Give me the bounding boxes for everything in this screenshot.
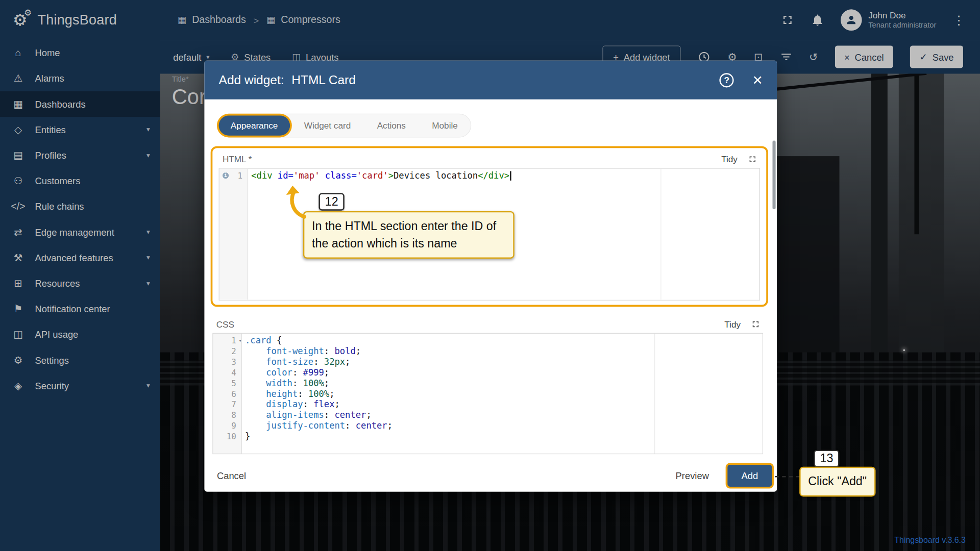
line-number: 9 bbox=[213, 420, 241, 431]
line-number: 7 bbox=[213, 399, 241, 410]
code-line[interactable]: display: flex; bbox=[245, 399, 763, 410]
code-line[interactable]: <div id='map' class='card'>Devices locat… bbox=[251, 170, 760, 181]
tab-appearance[interactable]: Appearance bbox=[219, 116, 290, 136]
text-cursor bbox=[510, 171, 511, 181]
code-line[interactable]: .card { bbox=[245, 336, 763, 346]
css-editor-gutter: 1▾2345678910 bbox=[213, 334, 242, 454]
fold-toggle-icon[interactable]: ▾ bbox=[238, 336, 242, 346]
code-line[interactable]: align-items: center; bbox=[245, 410, 763, 420]
code-line[interactable]: font-size: 32px; bbox=[245, 357, 763, 367]
help-icon: ? bbox=[724, 75, 729, 85]
code-line[interactable]: font-weight: bold; bbox=[245, 346, 763, 357]
css-section: CSS Tidy 1▾2345678910 .card { font-weigh… bbox=[212, 318, 763, 454]
code-line[interactable]: } bbox=[245, 431, 763, 442]
dialog-tabs: AppearanceWidget cardActionsMobile bbox=[217, 114, 472, 138]
dialog-close-button[interactable]: × bbox=[753, 71, 763, 88]
line-number: 6 bbox=[213, 389, 241, 399]
dialog-scrollbar[interactable] bbox=[772, 141, 775, 210]
tab-mobile[interactable]: Mobile bbox=[420, 116, 470, 136]
step-12-arrow bbox=[283, 186, 311, 222]
add-button[interactable]: Add bbox=[728, 464, 772, 486]
step-12-callout: In the HTML section enter the ID of the … bbox=[303, 211, 514, 259]
fullscreen-icon bbox=[751, 319, 761, 330]
code-line[interactable]: justify-content: center; bbox=[245, 420, 763, 431]
code-line[interactable]: width: 100%; bbox=[245, 378, 763, 389]
line-number: 10 bbox=[213, 431, 241, 442]
step-13-connector bbox=[775, 476, 800, 477]
line-number: 3 bbox=[213, 357, 241, 367]
tab-widget-card[interactable]: Widget card bbox=[292, 116, 362, 136]
code-line[interactable]: height: 100%; bbox=[245, 389, 763, 399]
html-editor-gutter: i1 bbox=[219, 169, 248, 300]
dialog-widget-type: HTML Card bbox=[291, 73, 356, 87]
fullscreen-icon bbox=[748, 154, 758, 164]
css-section-label: CSS bbox=[216, 319, 234, 330]
add-widget-dialog: Add widget: HTML Card ? × AppearanceWidg… bbox=[204, 61, 777, 492]
css-editor-code[interactable]: .card { font-weight: bold; font-size: 32… bbox=[242, 334, 763, 454]
line-number: 4 bbox=[213, 367, 241, 378]
code-line[interactable]: color: #999; bbox=[245, 367, 763, 378]
html-tidy-button[interactable]: Tidy bbox=[721, 154, 738, 164]
line-number: 1▾ bbox=[213, 336, 241, 346]
line-number: 2 bbox=[213, 346, 241, 357]
dialog-cancel-button[interactable]: Cancel bbox=[217, 470, 246, 481]
preview-button[interactable]: Preview bbox=[676, 470, 709, 481]
step-13-callout: Click "Add" bbox=[799, 467, 875, 497]
dialog-title: Add widget: bbox=[219, 73, 284, 87]
tab-actions[interactable]: Actions bbox=[365, 116, 418, 136]
css-code-editor[interactable]: 1▾2345678910 .card { font-weight: bold; … bbox=[212, 333, 763, 455]
info-gutter-icon: i bbox=[223, 172, 229, 179]
line-number: 8 bbox=[213, 410, 241, 420]
html-section-label: HTML * bbox=[223, 154, 252, 164]
line-number: 5 bbox=[213, 378, 241, 389]
help-button[interactable]: ? bbox=[720, 73, 734, 87]
close-icon: × bbox=[753, 70, 763, 89]
thingsboard-app: Title* Cor Thingsboard v.3.6.3 ⚙ ⚙ Thing… bbox=[0, 0, 980, 551]
dialog-footer: Cancel Preview Add bbox=[217, 463, 772, 488]
step-13-badge: 13 bbox=[814, 450, 839, 467]
css-fullscreen-button[interactable] bbox=[751, 319, 761, 330]
html-fullscreen-button[interactable] bbox=[748, 154, 758, 164]
css-tidy-button[interactable]: Tidy bbox=[724, 319, 741, 330]
dialog-header: Add widget: HTML Card ? × bbox=[204, 61, 777, 99]
step-12-badge: 12 bbox=[318, 193, 344, 210]
line-number: i1 bbox=[219, 170, 248, 181]
